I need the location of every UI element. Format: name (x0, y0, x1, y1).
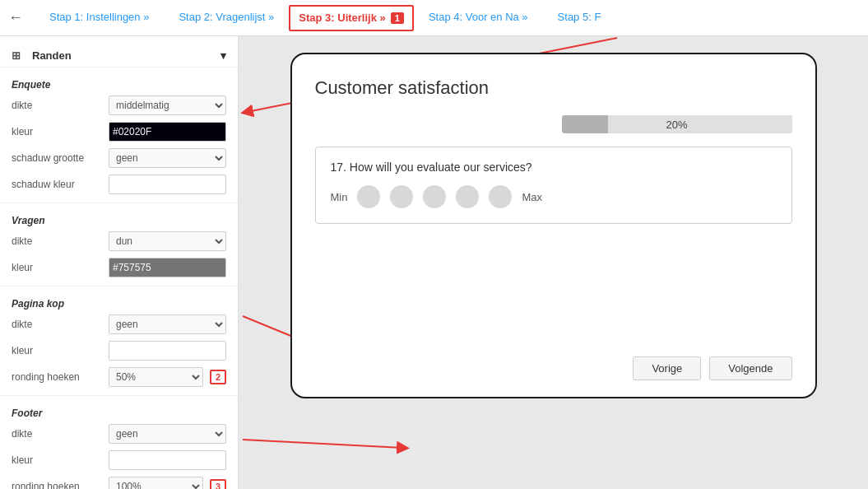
badge-3: 3 (210, 479, 226, 489)
chevron-icon: ▾ (220, 49, 226, 62)
randen-label: Randen (32, 49, 72, 62)
enquete-schaduw-kleur-group: schaduw kleur (0, 171, 238, 198)
main-layout: ⊞ Randen ▾ Enquete dikte geen dun middel… (0, 36, 868, 489)
content-area: Customer satisfaction 20% 17. How will y… (239, 36, 868, 489)
enquete-schaduw-kleur-field[interactable] (109, 175, 226, 194)
step3-nav[interactable]: Stap 3: Uiterlijk » 1 (289, 5, 414, 31)
question-box: 17. How will you evaluate our services? … (315, 147, 792, 224)
vragen-section-title: Vragen (0, 208, 238, 228)
footer-kleur-group: kleur (0, 447, 238, 473)
vragen-dikte-label: dikte (12, 235, 102, 247)
enquete-schaduw-grootte-label: schaduw grootte (12, 152, 102, 164)
footer-ronding-label: ronding hoeken (12, 481, 102, 489)
footer-section-title: Footer (0, 401, 238, 421)
enquete-schaduw-kleur-label: schaduw kleur (12, 179, 102, 190)
next-button[interactable]: Volgende (709, 356, 791, 380)
pagina-kop-ronding-label: ronding hoeken (12, 371, 102, 383)
footer-ronding-group: ronding hoeken 0% 10% 25% 50% 100% 3 (0, 473, 238, 489)
enquete-schaduw-kleur-input[interactable] (109, 175, 226, 194)
vragen-kleur-label: kleur (12, 262, 102, 273)
rating-circle-1[interactable] (357, 185, 380, 208)
pagina-kop-ronding-select[interactable]: 0% 10% 25% 50% 100% (109, 367, 203, 387)
pagina-kop-ronding-group: ronding hoeken 0% 10% 25% 50% 100% 2 (0, 364, 238, 390)
rating-circle-4[interactable] (456, 185, 479, 208)
pagina-kop-kleur-label: kleur (12, 345, 102, 356)
pagina-kop-kleur-field[interactable] (109, 341, 226, 361)
footer-kleur-field[interactable] (109, 450, 226, 470)
step4-nav[interactable]: Stap 4: Voor en Na » (414, 0, 543, 36)
footer-dikte-group: dikte geen dun middelmatig dik (0, 421, 238, 447)
survey-card: Customer satisfaction 20% 17. How will y… (290, 53, 817, 398)
enquete-schaduw-grootte-select[interactable]: geen klein middelmatig groot (109, 148, 226, 168)
footer-dikte-label: dikte (12, 428, 102, 440)
enquete-schaduw-grootte-group: schaduw grootte geen klein middelmatig g… (0, 145, 238, 171)
pagina-kop-kleur-input[interactable] (109, 341, 226, 361)
prev-button[interactable]: Vorige (633, 356, 701, 380)
vragen-dikte-group: dikte geen dun middelmatig dik (0, 228, 238, 254)
top-navigation: ← Stap 1: Instellingen » Stap 2: Vragenl… (0, 0, 868, 36)
question-text: 17. How will you evaluate our services? (331, 161, 777, 174)
vragen-dikte-field[interactable]: geen dun middelmatig dik (109, 231, 226, 251)
badge-2: 2 (210, 370, 226, 384)
pagina-kop-section-title: Pagina kop (0, 291, 238, 311)
vragen-kleur-group: kleur (0, 254, 238, 281)
rating-circle-3[interactable] (423, 185, 446, 208)
survey-nav-buttons: Vorige Volgende (315, 348, 792, 380)
rating-min-label: Min (331, 191, 348, 203)
enquete-dikte-group: dikte geen dun middelmatig dik (0, 92, 238, 119)
footer-ronding-select[interactable]: 0% 10% 25% 50% 100% (109, 477, 203, 489)
rating-circle-5[interactable] (489, 185, 512, 208)
footer-ronding-field[interactable]: 0% 10% 25% 50% 100% 3 (109, 477, 226, 489)
footer-dikte-field[interactable]: geen dun middelmatig dik (109, 424, 226, 444)
vragen-dikte-select[interactable]: geen dun middelmatig dik (109, 231, 226, 251)
sidebar: ⊞ Randen ▾ Enquete dikte geen dun middel… (0, 36, 239, 489)
progress-bar-wrapper: 20% (562, 115, 792, 133)
pagina-kop-kleur-group: kleur (0, 338, 238, 364)
vragen-kleur-input[interactable] (109, 258, 226, 277)
step3-badge: 1 (391, 12, 404, 24)
enquete-dikte-label: dikte (12, 100, 102, 111)
enquete-kleur-field[interactable] (109, 122, 226, 142)
footer-kleur-label: kleur (12, 454, 102, 466)
rating-max-label: Max (522, 191, 542, 203)
progress-bar-row: 20% (315, 115, 792, 133)
footer-kleur-input[interactable] (109, 450, 226, 470)
footer-dikte-select[interactable]: geen dun middelmatig dik (109, 424, 226, 444)
pagina-kop-dikte-field[interactable]: geen dun middelmatig dik (109, 314, 226, 334)
enquete-kleur-input[interactable] (109, 122, 226, 142)
grid-icon: ⊞ (12, 49, 21, 62)
step2-nav[interactable]: Stap 2: Vragenlijst » (164, 0, 289, 36)
enquete-dikte-select[interactable]: geen dun middelmatig dik (109, 95, 226, 115)
enquete-kleur-group: kleur (0, 119, 238, 145)
back-button[interactable]: ← (8, 9, 23, 26)
pagina-kop-dikte-label: dikte (12, 319, 102, 330)
enquete-dikte-field[interactable]: geen dun middelmatig dik (109, 95, 226, 115)
progress-label: 20% (562, 119, 792, 131)
pagina-kop-ronding-field[interactable]: 0% 10% 25% 50% 100% 2 (109, 367, 226, 387)
enquete-schaduw-grootte-field[interactable]: geen klein middelmatig groot (109, 148, 226, 168)
randen-section-header[interactable]: ⊞ Randen ▾ (0, 44, 238, 68)
pagina-kop-dikte-select[interactable]: geen dun middelmatig dik (109, 314, 226, 334)
survey-title: Customer satisfaction (315, 77, 792, 99)
enquete-section-title: Enquete (0, 72, 238, 92)
pagina-kop-dikte-group: dikte geen dun middelmatig dik (0, 311, 238, 338)
vragen-kleur-field[interactable] (109, 258, 226, 277)
step1-nav[interactable]: Stap 1: Instellingen » (35, 0, 164, 36)
rating-circle-2[interactable] (390, 185, 413, 208)
step5-nav[interactable]: Stap 5: F (543, 0, 616, 36)
svg-line-2 (243, 440, 403, 448)
rating-row: Min Max (331, 185, 777, 208)
enquete-kleur-label: kleur (12, 126, 102, 137)
